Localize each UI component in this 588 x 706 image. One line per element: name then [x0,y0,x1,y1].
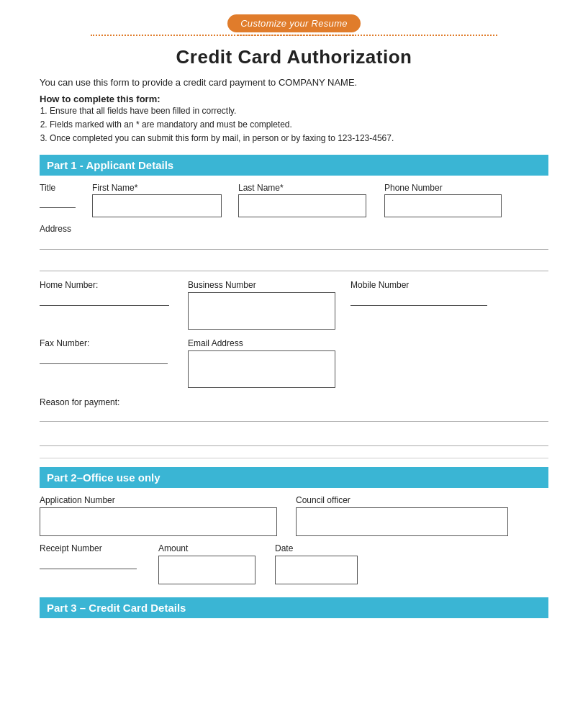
part2-header: Part 2–Office use only [40,467,548,488]
mobile-label: Mobile Number [350,280,494,290]
lastname-label: Last Name* [238,183,371,193]
appnum-input[interactable] [40,507,277,536]
receipt-group: Receipt Number [40,543,144,569]
contact-row-2: Fax Number: Email Address [40,338,548,388]
lastname-input[interactable] [238,194,366,217]
customize-resume-button[interactable]: Customize your Resume [227,14,361,32]
title-group: Title [40,183,79,208]
appnum-group: Application Number [40,495,284,536]
page-title: Credit Card Authorization [40,46,548,68]
reason-section: Reason for payment: [40,397,548,446]
phone-input[interactable] [384,194,502,217]
part1-header: Part 1 - Applicant Details [40,155,548,176]
amount-group: Amount [158,543,266,584]
home-label: Home Number: [40,280,176,290]
reason-lines [40,407,548,446]
home-input[interactable] [40,292,169,306]
appnum-label: Application Number [40,495,284,505]
date-label: Date [275,543,368,553]
how-to-step-1: Ensure that all fields have been filled … [50,104,548,118]
contact-row-1: Home Number: Business Number Mobile Numb… [40,280,548,330]
how-to-list: Ensure that all fields have been filled … [50,104,548,146]
council-group: Council officer [296,495,512,536]
council-input[interactable] [296,507,508,536]
how-to-step-2: Fields marked with an * are mandatory an… [50,118,548,132]
part2-row2: Receipt Number Amount Date [40,543,548,584]
fax-input[interactable] [40,350,168,364]
mobile-input[interactable] [350,292,487,306]
title-label: Title [40,183,79,193]
reason-label: Reason for payment: [40,397,119,407]
part2-row1: Application Number Council officer [40,495,548,536]
phone-group: Phone Number [384,183,510,217]
date-input[interactable] [275,556,358,584]
phone-label: Phone Number [384,183,510,193]
business-group: Business Number [188,280,339,330]
firstname-input[interactable] [92,194,222,217]
date-group: Date [275,543,368,584]
address-label: Address [40,224,71,234]
address-line-1 [40,234,548,250]
reason-line-2 [40,432,548,446]
page: Customize your Resume Credit Card Author… [0,0,588,706]
receipt-label: Receipt Number [40,543,144,553]
business-label: Business Number [188,280,339,290]
separator [40,458,548,458]
email-input[interactable] [188,350,335,388]
address-area: Address [40,223,548,271]
how-to-heading: How to complete this form: [40,94,548,104]
email-label: Email Address [188,338,339,348]
name-row: Title First Name* Last Name* Phone Numbe… [40,183,548,217]
lastname-group: Last Name* [238,183,371,217]
address-line-2 [40,255,548,271]
fax-label: Fax Number: [40,338,176,348]
email-group: Email Address [188,338,339,388]
firstname-label: First Name* [92,183,225,193]
business-input[interactable] [188,292,335,330]
home-group: Home Number: [40,280,176,306]
fax-group: Fax Number: [40,338,176,364]
how-to-section: How to complete this form: Ensure that a… [40,94,548,146]
firstname-group: First Name* [92,183,225,217]
mobile-group: Mobile Number [350,280,494,306]
title-input[interactable] [40,194,76,208]
part3-header: Part 3 – Credit Card Details [40,597,548,618]
how-to-step-3: Once completed you can submit this form … [50,132,548,145]
amount-label: Amount [158,543,266,553]
receipt-input[interactable] [40,556,137,569]
council-label: Council officer [296,495,512,505]
amount-input[interactable] [158,556,255,584]
customize-button-wrap: Customize your Resume [40,14,548,36]
reason-line-1 [40,407,548,422]
address-lines [40,234,548,271]
intro-text: You can use this form to provide a credi… [40,77,548,88]
